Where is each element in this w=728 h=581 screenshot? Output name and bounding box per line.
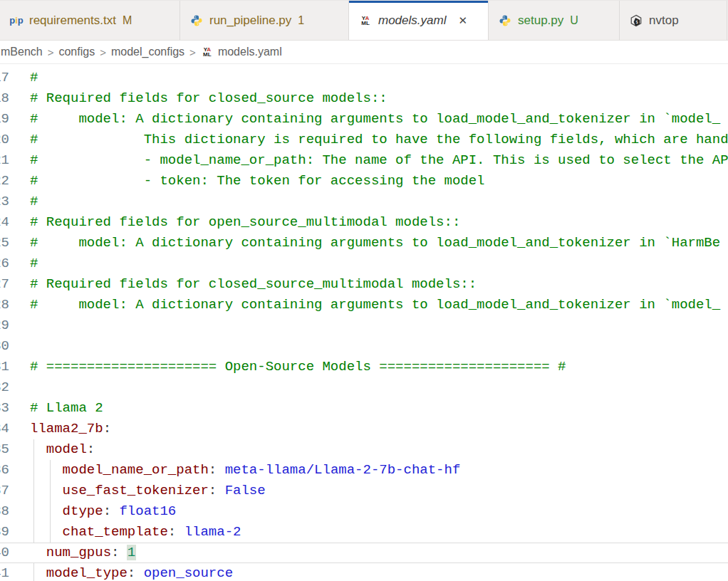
line-number: 40: [0, 543, 9, 562]
indent-guide: [50, 522, 51, 543]
line-number: 35: [0, 439, 9, 460]
line-number: 20: [0, 130, 9, 150]
line-number: 30: [0, 336, 9, 357]
breadcrumb-file[interactable]: models.yaml: [218, 46, 282, 58]
yaml-icon: YAML: [201, 46, 214, 58]
code-line[interactable]: 39 chat_template: llama-2: [0, 522, 728, 543]
tab-nvtop[interactable]: $nvtop: [620, 1, 727, 40]
line-number: 36: [0, 460, 9, 481]
line-number: 34: [0, 419, 9, 439]
close-icon[interactable]: ✕: [458, 15, 467, 26]
code-editor[interactable]: 17#18# Required fields for closed_source…: [0, 64, 728, 581]
line-number: 24: [0, 212, 9, 233]
tab-requirements-txt[interactable]: piprequirements.txtM: [0, 1, 180, 40]
svg-text:$: $: [635, 19, 638, 24]
indent-guide: [50, 481, 51, 501]
code-line[interactable]: 28# model: A dictionary containing argum…: [0, 295, 728, 315]
code-line[interactable]: 29: [0, 315, 728, 336]
yaml-icon: YAML: [359, 14, 372, 27]
line-number: 28: [0, 295, 9, 315]
tab-label: run_pipeline.py: [209, 14, 291, 28]
line-number: 39: [0, 522, 9, 543]
line-number: 32: [0, 377, 9, 398]
line-number: 31: [0, 357, 9, 377]
code-line[interactable]: 37 use_fast_tokenizer: False: [0, 481, 728, 501]
python-icon: [499, 14, 511, 27]
breadcrumb-item-configs[interactable]: configs: [58, 46, 95, 58]
breadcrumb-item-mBench[interactable]: mBench: [1, 46, 43, 58]
tab-models-yaml[interactable]: YAMLmodels.yaml✕: [349, 1, 489, 40]
line-number: 38: [0, 501, 9, 522]
code-line[interactable]: 30: [0, 336, 728, 357]
line-number: 23: [0, 192, 9, 212]
chevron-right-icon: >: [100, 46, 106, 58]
line-number: 17: [0, 68, 9, 88]
code-line[interactable]: 17#: [0, 68, 728, 88]
code-line-current[interactable]: 40 num_gpus: 1: [0, 543, 728, 563]
line-number: 27: [0, 274, 9, 295]
code-line[interactable]: 20# This dictionary is required to have …: [0, 130, 728, 150]
indent-guide: [50, 460, 51, 481]
code-line[interactable]: 34llama2_7b:: [0, 419, 728, 439]
indent-guide: [33, 439, 34, 460]
code-line[interactable]: 19# model: A dictionary containing argum…: [0, 109, 728, 130]
chevron-right-icon: >: [48, 46, 54, 58]
tab-setup-py[interactable]: setup.pyU: [489, 1, 620, 40]
indent-guide: [33, 522, 34, 543]
indent-guide: [33, 563, 34, 581]
tab-git-marker: 1: [298, 14, 304, 27]
line-number: 26: [0, 253, 9, 274]
code-line[interactable]: 22# - token: The token for accessing the…: [0, 171, 728, 192]
code-line[interactable]: 33# Llama 2: [0, 398, 728, 419]
breadcrumb-item-model_configs[interactable]: model_configs: [111, 46, 184, 58]
tab-label: setup.py: [518, 14, 563, 28]
tab-label: nvtop: [649, 14, 679, 28]
indent-guide: [33, 460, 34, 481]
line-number: 22: [0, 171, 9, 192]
binary-file-icon: $: [630, 14, 643, 27]
indent-guide: [33, 501, 34, 522]
python-icon: [190, 14, 203, 27]
tab-git-marker: M: [123, 14, 132, 27]
indent-guide: [33, 481, 34, 501]
tab-label: models.yaml: [378, 14, 446, 28]
line-number: 19: [0, 109, 9, 130]
code-line[interactable]: 25# model: A dictionary containing argum…: [0, 233, 728, 253]
code-line[interactable]: 38 dtype: float16: [0, 501, 728, 522]
breadcrumb: mBench>configs>model_configs>YAMLmodels.…: [0, 41, 728, 64]
tab-label: requirements.txt: [29, 14, 116, 28]
code-line[interactable]: 41 model_type: open_source: [0, 563, 728, 581]
code-line[interactable]: 32: [0, 377, 728, 398]
line-number: 33: [0, 398, 9, 419]
line-number: 37: [0, 481, 9, 501]
line-number: 41: [0, 563, 9, 581]
pip-icon: pip: [10, 14, 23, 27]
tab-git-marker: U: [570, 14, 578, 27]
code-line[interactable]: 18# Required fields for closed_source mo…: [0, 88, 728, 109]
indent-guide: [50, 501, 51, 522]
code-line[interactable]: 26#: [0, 253, 728, 274]
code-line[interactable]: 24# Required fields for open_source_mult…: [0, 212, 728, 233]
chevron-right-icon: >: [189, 46, 196, 58]
tab-run-pipeline-py[interactable]: run_pipeline.py1: [180, 1, 349, 40]
code-line[interactable]: 23#: [0, 192, 728, 212]
line-number: 18: [0, 88, 9, 109]
code-line[interactable]: 21# - model_name_or_path: The name of th…: [0, 150, 728, 171]
code-line[interactable]: 31# ===================== Open-Source Mo…: [0, 357, 728, 377]
tab-bar: piprequirements.txtMrun_pipeline.py1YAML…: [0, 0, 728, 41]
line-number: 21: [0, 150, 9, 171]
line-number: 25: [0, 233, 9, 253]
code-line[interactable]: 36 model_name_or_path: meta-llama/Llama-…: [0, 460, 728, 481]
code-line[interactable]: 27# Required fields for closed_source_mu…: [0, 274, 728, 295]
code-line[interactable]: 35 model:: [0, 439, 728, 460]
line-number: 29: [0, 315, 9, 336]
